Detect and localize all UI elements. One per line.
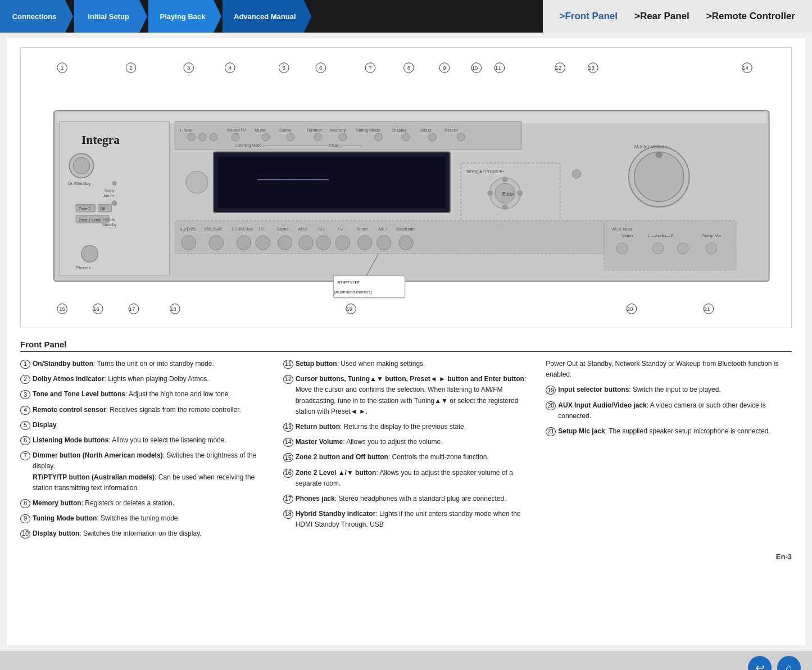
section-title: Front Panel [20, 339, 792, 352]
svg-text:Bluetooth: Bluetooth [396, 227, 415, 232]
device-diagram: 1 2 3 4 5 6 7 8 [26, 53, 786, 322]
svg-text:Music: Music [255, 128, 266, 133]
svg-text:Enter: Enter [502, 191, 514, 197]
svg-point-87 [634, 152, 684, 201]
svg-text:Return: Return [444, 128, 458, 133]
svg-point-53 [210, 133, 217, 141]
svg-text:15: 15 [59, 306, 65, 312]
desc-item-18: 18 Hybrid Standby indicator: Lights if t… [283, 509, 529, 530]
svg-point-90 [572, 170, 581, 179]
desc-num-1: 1 [20, 360, 30, 369]
desc-item-17: 17 Phones jack: Stereo headphones with a… [283, 494, 529, 504]
desc-num-9: 9 [20, 514, 30, 523]
svg-text:Dolby: Dolby [105, 189, 115, 193]
desc-text-10: Display button: Switches the information… [33, 528, 266, 539]
svg-text:PC: PC [258, 227, 265, 232]
tab-initial-setup[interactable]: Initial Setup [74, 0, 147, 33]
desc-text-12: Cursor buttons, Tuning▲▼ button, Preset◄… [296, 374, 529, 417]
desc-num-15: 15 [283, 453, 293, 462]
svg-text:11: 11 [495, 65, 501, 71]
front-panel-link[interactable]: >Front Panel [560, 11, 618, 22]
main-content: 1 2 3 4 5 6 7 8 [7, 38, 805, 645]
bottom-navigation: ↩ ⌂ [0, 651, 812, 670]
svg-text:Game: Game [279, 128, 291, 133]
navigation-bar: Connections Initial Setup Playing Back A… [0, 0, 812, 33]
svg-text:17: 17 [129, 306, 135, 312]
desc-num-11: 11 [283, 360, 293, 369]
svg-text:Tuner: Tuner [356, 227, 368, 232]
nav-right-links: >Front Panel >Rear Panel >Remote Control… [543, 0, 812, 33]
svg-text:Hybrid: Hybrid [103, 218, 115, 222]
remote-controller-link[interactable]: >Remote Controller [706, 11, 795, 22]
desc-text-14: Master Volume: Allows you to adjust the … [296, 437, 529, 447]
svg-text:──────────────────: ────────────────── [257, 176, 329, 184]
desc-num-19: 19 [546, 386, 556, 395]
svg-point-51 [188, 133, 196, 141]
desc-text-19: Input selector buttons: Switch the input… [558, 384, 792, 395]
desc-num-20: 20 [546, 401, 556, 410]
desc-num-13: 13 [283, 423, 293, 432]
front-panel-section: Front Panel 1 On/Standby button: Turns t… [20, 339, 792, 541]
svg-text:RT/PTY/TP: RT/PTY/TP [337, 280, 360, 285]
desc-item-20: 20 AUX Input Audio/Video jack: A video c… [546, 400, 792, 422]
svg-point-76 [186, 171, 208, 193]
svg-rect-74 [218, 156, 446, 208]
desc-num-12: 12 [283, 375, 293, 384]
desc-item-5: 5 Display [20, 420, 266, 431]
desc-text-2: Dolby Atmos indicator: Lights when playi… [33, 374, 266, 384]
desc-item-8: 8 Memory button: Registers or deletes a … [20, 498, 266, 509]
svg-point-44 [112, 201, 117, 206]
svg-point-55 [232, 133, 239, 141]
desc-text-1: On/Standby button: Turns the unit on or … [33, 359, 266, 369]
tab-connections[interactable]: Connections [0, 0, 73, 33]
desc-item-21: 21 Setup Mic jack: The supplied speaker … [546, 426, 792, 437]
desc-item-7: 7 Dimmer button (North American models):… [20, 450, 266, 494]
desc-text-13: Return button: Returns the display to th… [296, 422, 529, 432]
rear-panel-link[interactable]: >Rear Panel [634, 11, 689, 22]
svg-text:4: 4 [229, 65, 232, 71]
svg-text:Zone 2 Level: Zone 2 Level [79, 218, 101, 222]
desc-num-17: 17 [283, 495, 293, 504]
desc-num-16: 16 [283, 469, 293, 478]
tab-playing-back[interactable]: Playing Back [148, 0, 221, 33]
tab-advanced-manual-label: Advanced Manual [234, 12, 296, 21]
desc-text-5: Display [33, 420, 266, 431]
svg-text:8: 8 [407, 65, 410, 71]
svg-text:18: 18 [170, 306, 176, 312]
back-button[interactable]: ↩ [748, 656, 772, 670]
desc-item-14: 14 Master Volume: Allows you to adjust t… [283, 437, 529, 447]
diagram-area: 1 2 3 4 5 6 7 8 [20, 47, 792, 328]
desc-item-2: 2 Dolby Atmos indicator: Lights when pla… [20, 374, 266, 384]
svg-text:20: 20 [627, 306, 633, 312]
tab-connections-label: Connections [12, 12, 57, 21]
svg-text:Tuning Mode: Tuning Mode [355, 128, 380, 133]
desc-item-11: 11 Setup button: Used when making settin… [283, 359, 529, 369]
desc-item-15: 15 Zone 2 button and Off button: Control… [283, 452, 529, 463]
svg-text:Phones: Phones [76, 265, 91, 270]
svg-point-97 [237, 236, 251, 250]
svg-text:Memory: Memory [330, 128, 346, 133]
tab-initial-setup-label: Initial Setup [88, 12, 129, 21]
desc-text-8: Memory button: Registers or deletes a st… [33, 498, 266, 509]
svg-text:Integra: Integra [81, 133, 120, 147]
desc-text-6: Listening Mode buttons: Allow you to sel… [33, 435, 266, 446]
desc-col-2: 11 Setup button: Used when making settin… [283, 359, 529, 541]
desc-text-16: Zone 2 Level ▲/▼ button: Allows you to a… [296, 468, 529, 489]
svg-point-105 [316, 236, 330, 250]
tab-advanced-manual[interactable]: Advanced Manual [223, 0, 312, 33]
desc-text-7: Dimmer button (North American models): S… [33, 450, 266, 494]
svg-point-52 [198, 133, 206, 141]
desc-item-4: 4 Remote control sensor: Receives signal… [20, 405, 266, 415]
descriptions-grid: 1 On/Standby button: Turns the unit on o… [20, 359, 792, 541]
desc-item-3: 3 Tone and Tone Level buttons: Adjust th… [20, 389, 266, 400]
svg-text:Game: Game [276, 227, 288, 232]
svg-text:tuning▲/ Preset◄•: tuning▲/ Preset◄• [466, 169, 504, 174]
svg-point-33 [73, 157, 89, 174]
desc-text-4: Remote control sensor: Receives signals … [33, 405, 266, 415]
svg-text:Movie/TV: Movie/TV [227, 128, 246, 133]
desc-text-cont: Power Out at Standby, Network Standby or… [546, 359, 792, 380]
svg-point-103 [299, 236, 313, 250]
svg-text:6: 6 [319, 65, 322, 71]
desc-item-10: 10 Display button: Switches the informat… [20, 528, 266, 539]
home-button[interactable]: ⌂ [777, 656, 801, 670]
